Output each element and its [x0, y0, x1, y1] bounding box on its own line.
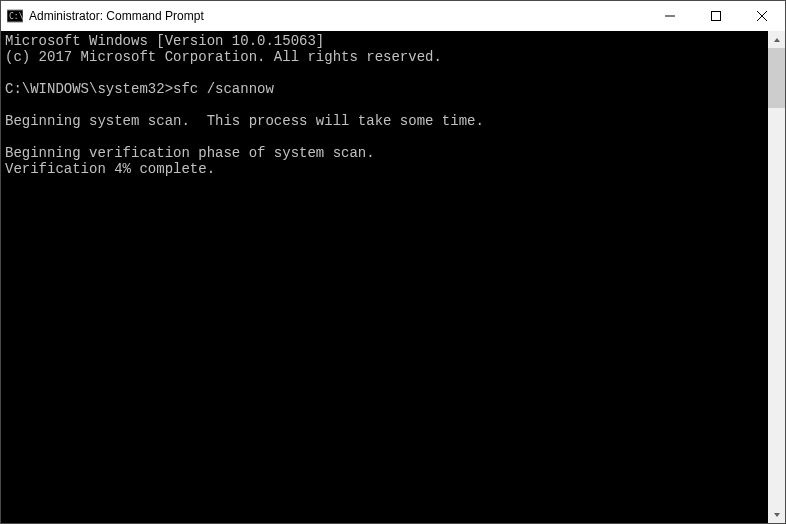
terminal-output[interactable]: Microsoft Windows [Version 10.0.15063] (… [1, 31, 768, 523]
command-prompt-window: C:\ Administrator: Command Prompt Micros… [0, 0, 786, 524]
cmd-icon: C:\ [7, 8, 23, 24]
svg-marker-7 [774, 513, 780, 517]
svg-marker-6 [774, 38, 780, 42]
titlebar-left: C:\ Administrator: Command Prompt [1, 8, 647, 24]
prompt-path: C:\WINDOWS\system32> [5, 81, 173, 97]
window-controls [647, 1, 785, 31]
output-line: Beginning system scan. This process will… [5, 113, 484, 129]
output-line: (c) 2017 Microsoft Corporation. All righ… [5, 49, 442, 65]
scroll-down-button[interactable] [768, 506, 785, 523]
scroll-up-button[interactable] [768, 31, 785, 48]
vertical-scrollbar[interactable] [768, 31, 785, 523]
scroll-track[interactable] [768, 48, 785, 506]
scroll-thumb[interactable] [768, 48, 785, 108]
svg-text:C:\: C:\ [9, 12, 23, 21]
output-line: Verification 4% complete. [5, 161, 215, 177]
maximize-button[interactable] [693, 1, 739, 31]
titlebar[interactable]: C:\ Administrator: Command Prompt [1, 1, 785, 31]
minimize-button[interactable] [647, 1, 693, 31]
close-button[interactable] [739, 1, 785, 31]
terminal-area: Microsoft Windows [Version 10.0.15063] (… [1, 31, 785, 523]
svg-rect-3 [712, 12, 721, 21]
window-title: Administrator: Command Prompt [29, 9, 204, 23]
output-line: Beginning verification phase of system s… [5, 145, 375, 161]
entered-command: sfc /scannow [173, 81, 274, 97]
output-line: Microsoft Windows [Version 10.0.15063] [5, 33, 324, 49]
